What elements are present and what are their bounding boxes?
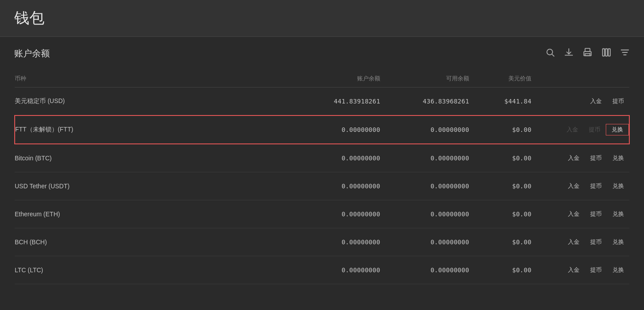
col-header-usd: 美元价值 — [469, 70, 531, 87]
withdraw-button-usdt[interactable]: 提币 — [585, 180, 607, 192]
toolbar-icons — [545, 48, 630, 60]
cell-actions-usdt: 入金提币兑换 — [531, 172, 629, 200]
cell-available-usdt: 0.00000000 — [380, 172, 469, 200]
deposit-button-ftt: 入金 — [561, 124, 584, 135]
cell-available-ltc: 0.00000000 — [380, 256, 469, 284]
exchange-button-eth[interactable]: 兑换 — [607, 208, 629, 220]
svg-rect-2 — [585, 48, 590, 52]
cell-currency-btc: Bitcoin (BTC) — [15, 144, 291, 172]
download-icon[interactable] — [564, 48, 574, 60]
col-header-actions — [531, 70, 629, 87]
cell-available-bch: 0.00000000 — [380, 228, 469, 256]
table-row: Ethereum (ETH)0.000000000.00000000$0.00入… — [15, 200, 629, 228]
table-row: 美元稳定币 (USD)441.83918261436.83968261$441.… — [15, 87, 629, 116]
cell-actions-btc: 入金提币兑换 — [531, 144, 629, 172]
cell-actions-ltc: 入金提币兑换 — [531, 256, 629, 284]
deposit-button-usdt[interactable]: 入金 — [563, 180, 585, 192]
section-header: 账户余额 — [14, 48, 630, 60]
withdraw-button-usd-stablecoin[interactable]: 提币 — [607, 95, 629, 107]
cell-usd-ltc: $0.00 — [469, 256, 531, 284]
balance-table: 币种 账户余额 可用余额 美元价值 美元稳定币 (USD)441.8391826… — [14, 70, 630, 284]
table-row: Bitcoin (BTC)0.000000000.00000000$0.00入金… — [15, 144, 629, 172]
exchange-button-ltc[interactable]: 兑换 — [607, 264, 629, 276]
cell-available-usd-stablecoin: 436.83968261 — [380, 87, 469, 116]
deposit-button-ltc[interactable]: 入金 — [563, 264, 585, 276]
cell-usd-bch: $0.00 — [469, 228, 531, 256]
withdraw-button-eth[interactable]: 提币 — [585, 208, 607, 220]
filter-icon[interactable] — [620, 48, 630, 60]
cell-currency-usd-stablecoin: 美元稳定币 (USD) — [15, 87, 291, 116]
cell-currency-eth: Ethereum (ETH) — [15, 200, 291, 228]
cell-available-btc: 0.00000000 — [380, 144, 469, 172]
cell-usd-usd-stablecoin: $441.84 — [469, 87, 531, 116]
deposit-button-btc[interactable]: 入金 — [563, 152, 585, 164]
svg-point-5 — [590, 53, 591, 54]
cell-currency-ftt: FTT（未解锁）(FTT) — [15, 115, 291, 144]
withdraw-button-btc[interactable]: 提币 — [585, 152, 607, 164]
col-header-balance: 账户余额 — [291, 70, 380, 87]
deposit-button-bch[interactable]: 入金 — [563, 236, 585, 248]
svg-rect-8 — [608, 49, 611, 56]
cell-actions-usd-stablecoin: 入金提币 — [531, 87, 629, 116]
withdraw-button-ltc[interactable]: 提币 — [585, 264, 607, 276]
deposit-button-usd-stablecoin[interactable]: 入金 — [585, 95, 607, 107]
cell-actions-bch: 入金提币兑换 — [531, 228, 629, 256]
cell-balance-ftt: 0.00000000 — [291, 115, 380, 144]
search-icon[interactable] — [545, 48, 555, 60]
cell-usd-usdt: $0.00 — [469, 172, 531, 200]
exchange-button-usdt[interactable]: 兑换 — [607, 180, 629, 192]
svg-point-0 — [547, 49, 553, 55]
columns-icon[interactable] — [601, 48, 611, 60]
exchange-button-ftt[interactable]: 兑换 — [606, 124, 629, 135]
cell-actions-eth: 入金提币兑换 — [531, 200, 629, 228]
svg-rect-4 — [585, 54, 590, 56]
cell-usd-ftt: $0.00 — [469, 115, 531, 144]
print-icon[interactable] — [583, 48, 592, 60]
cell-balance-bch: 0.00000000 — [291, 228, 380, 256]
exchange-button-bch[interactable]: 兑换 — [607, 236, 629, 248]
exchange-button-btc[interactable]: 兑换 — [607, 152, 629, 164]
page-title: 钱包 — [14, 8, 630, 28]
table-row: USD Tether (USDT)0.000000000.00000000$0.… — [15, 172, 629, 200]
svg-rect-7 — [605, 49, 608, 56]
cell-balance-ltc: 0.00000000 — [291, 256, 380, 284]
cell-currency-bch: BCH (BCH) — [15, 228, 291, 256]
cell-currency-usdt: USD Tether (USDT) — [15, 172, 291, 200]
cell-currency-ltc: LTC (LTC) — [15, 256, 291, 284]
col-header-currency: 币种 — [15, 70, 291, 87]
cell-available-ftt: 0.00000000 — [380, 115, 469, 144]
table-row: FTT（未解锁）(FTT)0.000000000.00000000$0.00入金… — [15, 115, 629, 144]
svg-rect-6 — [603, 49, 605, 56]
withdraw-button-bch[interactable]: 提币 — [585, 236, 607, 248]
cell-balance-usdt: 0.00000000 — [291, 172, 380, 200]
cell-balance-eth: 0.00000000 — [291, 200, 380, 228]
table-header-row: 币种 账户余额 可用余额 美元价值 — [15, 70, 629, 87]
main-content: 账户余额 — [0, 37, 644, 295]
cell-balance-btc: 0.00000000 — [291, 144, 380, 172]
cell-available-eth: 0.00000000 — [380, 200, 469, 228]
cell-actions-ftt: 入金提币兑换 — [531, 115, 629, 144]
cell-usd-eth: $0.00 — [469, 200, 531, 228]
table-row: BCH (BCH)0.000000000.00000000$0.00入金提币兑换 — [15, 228, 629, 256]
svg-line-1 — [552, 54, 554, 56]
section-title: 账户余额 — [14, 48, 50, 60]
col-header-available: 可用余额 — [380, 70, 469, 87]
deposit-button-eth[interactable]: 入金 — [563, 208, 585, 220]
withdraw-button-ftt: 提币 — [584, 124, 606, 135]
page-header: 钱包 — [0, 0, 644, 37]
table-row: LTC (LTC)0.000000000.00000000$0.00入金提币兑换 — [15, 256, 629, 284]
cell-usd-btc: $0.00 — [469, 144, 531, 172]
cell-balance-usd-stablecoin: 441.83918261 — [291, 87, 380, 116]
